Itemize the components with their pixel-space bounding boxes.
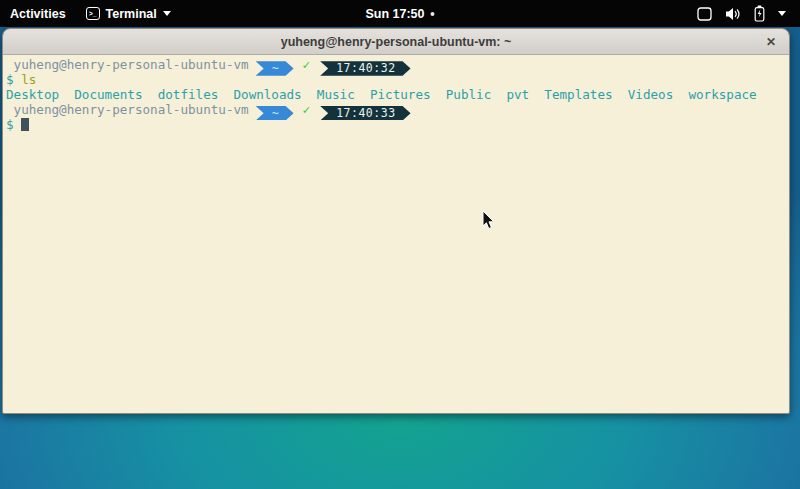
- command-text: ls: [21, 72, 36, 87]
- ls-output: Desktop Documents dotfiles Downloads Mus…: [6, 88, 789, 103]
- prompt-symbol: $: [6, 117, 14, 132]
- check-icon: ✓: [303, 57, 311, 72]
- system-tray-menu[interactable]: [691, 0, 792, 27]
- terminal-cursor: [21, 118, 29, 132]
- terminal-app-icon-glyph: >_: [89, 10, 96, 17]
- battery-charging-icon: [754, 5, 765, 22]
- prompt-user: yuheng@henry-personal-ubuntu-vm: [6, 102, 249, 117]
- volume-icon: [725, 7, 741, 21]
- prompt-path-segment: ~: [256, 106, 294, 121]
- chevron-down-icon: [163, 11, 171, 16]
- activities-button[interactable]: Activities: [0, 0, 76, 27]
- desktop-root: { "top_bar": { "activities_label": "Acti…: [0, 0, 800, 489]
- chevron-down-icon: [778, 11, 786, 16]
- close-icon[interactable]: ✕: [766, 36, 776, 48]
- prompt-time-segment: 17:40:33: [320, 106, 410, 121]
- window-titlebar[interactable]: yuheng@henry-personal-ubuntu-vm: ~ ✕: [3, 29, 789, 55]
- prompt-symbol: $: [6, 72, 14, 87]
- display-icon: [697, 7, 712, 21]
- clock-label: Sun 17:50: [365, 7, 424, 21]
- prompt-line-2: yuheng@henry-personal-ubuntu-vm~✓17:40:3…: [6, 103, 789, 118]
- clock-button[interactable]: Sun 17:50: [365, 0, 434, 27]
- prompt-time-segment: 17:40:32: [320, 61, 410, 76]
- app-indicator-menu[interactable]: >_ Terminal: [76, 0, 181, 27]
- prompt-user: yuheng@henry-personal-ubuntu-vm: [6, 57, 249, 72]
- notification-dot-icon: [431, 12, 435, 16]
- mouse-cursor: [482, 211, 496, 231]
- window-title: yuheng@henry-personal-ubuntu-vm: ~: [281, 35, 512, 49]
- terminal-app-icon: >_: [86, 7, 100, 20]
- prompt-path-segment: ~: [256, 61, 294, 76]
- terminal-window: yuheng@henry-personal-ubuntu-vm: ~ ✕ yuh…: [2, 28, 790, 414]
- check-icon: ✓: [303, 102, 311, 117]
- app-indicator-label: Terminal: [106, 7, 157, 21]
- prompt-line-1: yuheng@henry-personal-ubuntu-vm~✓17:40:3…: [6, 58, 789, 73]
- terminal-content[interactable]: yuheng@henry-personal-ubuntu-vm~✓17:40:3…: [3, 55, 789, 414]
- top-bar: Activities >_ Terminal Sun 17:50: [0, 0, 800, 27]
